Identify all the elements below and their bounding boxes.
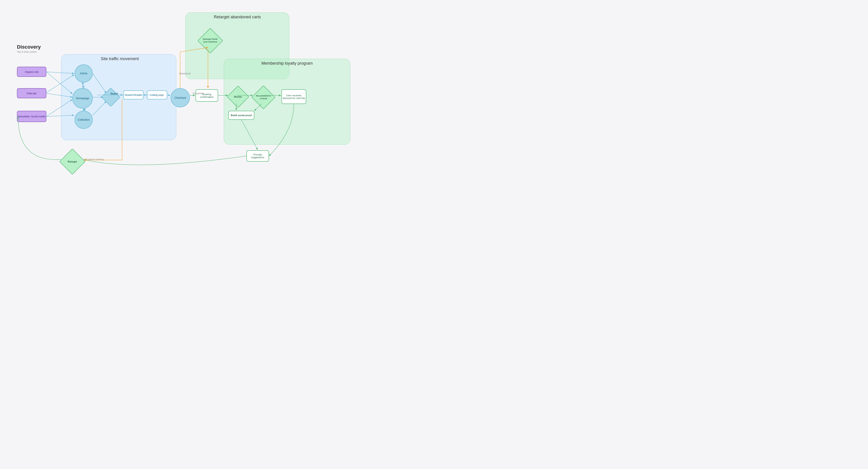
node-build-social-proof[interactable]: Build social proof: [228, 111, 254, 120]
node-newsletter[interactable]: Newsletter, Social media: [17, 111, 46, 122]
group-title-membership: Membership loyalty program: [228, 61, 346, 66]
node-paid-ads[interactable]: Paid ads: [17, 88, 46, 98]
node-retarget-bottom[interactable]: Retarget: [61, 150, 84, 173]
discovery-subtitle: Top 3 entry points: [17, 51, 41, 53]
node-user-receives-discount[interactable]: User receives discount for next trip: [281, 89, 306, 104]
label-left-without-booking: Left without booking: [84, 158, 104, 161]
node-retarget-top[interactable]: Retarget Finish your checkout: [199, 29, 221, 52]
node-article[interactable]: Article: [74, 64, 93, 83]
node-checkout[interactable]: Checkout: [170, 88, 190, 107]
discovery-section: Discovery Top 3 entry points: [17, 44, 41, 53]
group-title-site-traffic: Site traffic movement: [70, 57, 169, 61]
node-organic-visit[interactable]: Organic visit: [17, 67, 46, 77]
group-title-retarget: Retarget abandoned carts: [197, 15, 278, 20]
node-homepage[interactable]: Homepage: [72, 88, 93, 108]
node-listing-page[interactable]: Listing page: [147, 90, 167, 99]
node-provide-suggestions[interactable]: Provide suggestions: [246, 150, 269, 162]
label-abandoned: Abandoned: [179, 72, 191, 75]
node-booking-confirmation[interactable]: Booking confirmation: [195, 89, 218, 102]
node-review[interactable]: Review: [228, 87, 248, 106]
node-search-results[interactable]: Search Results: [123, 90, 144, 99]
node-collection[interactable]: Collection: [74, 111, 93, 129]
node-search[interactable]: Search: [102, 88, 120, 106]
diagram-canvas: Retarget abandoned carts Site traffic mo…: [0, 0, 434, 234]
node-recommend-friend[interactable]: Recommend to a friend: [253, 87, 274, 107]
label-completed: Completed: [193, 92, 204, 95]
discovery-title: Discovery: [17, 44, 41, 50]
